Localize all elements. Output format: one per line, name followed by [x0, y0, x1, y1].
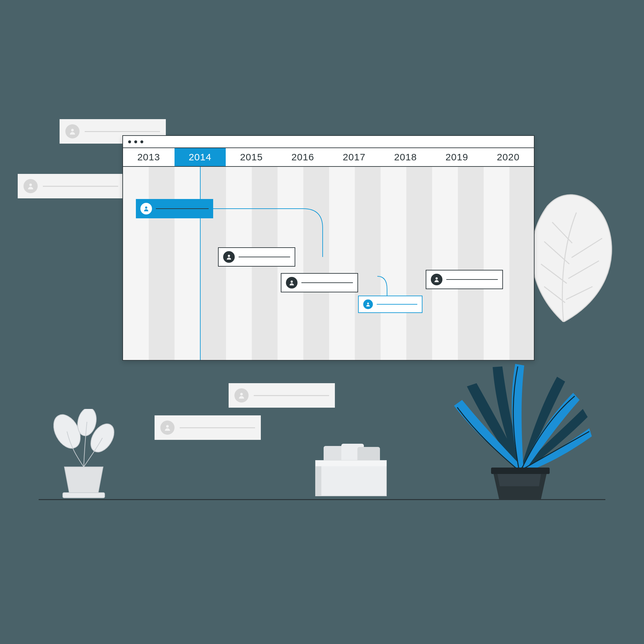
window-control-icon[interactable] — [128, 140, 131, 143]
year-tab[interactable]: 2018 — [380, 148, 431, 166]
timeline-entry[interactable] — [426, 270, 503, 289]
year-header: 2013 2014 2015 2016 2017 2018 2019 2020 — [123, 148, 534, 167]
timeline-entry[interactable] — [358, 296, 422, 313]
user-icon — [286, 277, 298, 289]
timeline-entry[interactable] — [281, 273, 358, 292]
window-titlebar — [123, 136, 534, 148]
user-icon — [223, 251, 235, 263]
year-tab[interactable]: 2015 — [226, 148, 277, 166]
active-year-indicator — [200, 167, 201, 360]
svg-point-2 — [240, 393, 243, 395]
svg-point-1 — [29, 184, 32, 186]
svg-rect-20 — [491, 468, 550, 474]
timeline-window: 2013 2014 2015 2016 2017 2018 2019 2020 — [122, 135, 535, 361]
user-icon — [140, 203, 152, 214]
user-icon — [363, 299, 373, 309]
user-icon — [160, 421, 175, 435]
year-tab[interactable]: 2017 — [328, 148, 380, 166]
svg-point-7 — [367, 303, 369, 304]
ghost-card-icon — [155, 415, 261, 440]
ghost-card-icon — [18, 174, 124, 198]
year-tab[interactable]: 2016 — [277, 148, 329, 166]
window-control-icon[interactable] — [134, 140, 137, 143]
window-control-icon[interactable] — [140, 140, 143, 143]
illustration-scene: 2013 2014 2015 2016 2017 2018 2019 2020 — [0, 0, 644, 644]
svg-point-5 — [228, 255, 230, 257]
user-icon — [65, 124, 80, 138]
year-tab[interactable]: 2020 — [483, 148, 534, 166]
ghost-card-icon — [229, 383, 335, 408]
timeline-entry[interactable] — [136, 199, 213, 218]
svg-rect-19 — [316, 460, 386, 466]
svg-point-6 — [291, 280, 293, 283]
user-icon — [24, 179, 38, 193]
svg-point-0 — [71, 129, 74, 131]
svg-point-3 — [166, 425, 169, 428]
svg-point-8 — [436, 277, 438, 279]
potted-plant-blue-icon — [444, 328, 592, 502]
year-tab[interactable]: 2019 — [431, 148, 483, 166]
year-tab[interactable]: 2014 — [175, 148, 226, 166]
user-icon — [431, 274, 442, 285]
user-icon — [234, 388, 249, 403]
svg-point-4 — [145, 206, 147, 209]
file-box-icon — [309, 441, 393, 499]
year-tab[interactable]: 2013 — [123, 148, 175, 166]
timeline-entry[interactable] — [218, 247, 295, 267]
svg-rect-12 — [63, 493, 105, 498]
potted-plant-grey-icon — [45, 409, 122, 502]
